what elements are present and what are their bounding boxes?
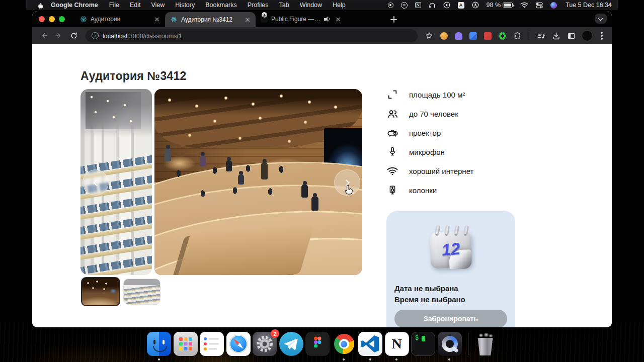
menu-item-bookmarks[interactable]: Bookmarks — [205, 2, 237, 9]
tab-title: Аудитория №3412 — [181, 16, 240, 23]
tab-audio-icon[interactable] — [324, 16, 331, 22]
forward-icon[interactable] — [52, 29, 65, 42]
window-close-button[interactable] — [39, 16, 45, 22]
book-button[interactable]: Забронировать — [394, 310, 507, 327]
carousel-slide-current[interactable] — [154, 89, 362, 275]
booking-card: 12 Дата не выбрана Время не выбрано Забр… — [386, 211, 515, 327]
feature-row: хороший интернет — [386, 165, 473, 177]
wifi-icon[interactable] — [520, 2, 528, 8]
dock-item-trash[interactable] — [475, 332, 496, 356]
react-favicon-icon — [79, 16, 87, 23]
page-content: Аудитория №3412 — [32, 44, 612, 327]
back-icon[interactable] — [37, 29, 50, 42]
tab-search-button[interactable] — [595, 14, 607, 24]
notification-badge: 2 — [271, 329, 279, 338]
new-tab-button[interactable] — [389, 15, 398, 24]
tab-close-icon[interactable] — [334, 15, 342, 23]
feature-row: площадь 100 м² — [386, 88, 473, 101]
menu-bar-clock[interactable]: Tue 5 Dec 16:34 — [566, 2, 612, 9]
menu-item-profiles[interactable]: Profiles — [248, 2, 269, 9]
dock-divider — [468, 333, 468, 355]
time-status: Время не выбрано — [394, 295, 465, 304]
site-info-icon[interactable]: i — [92, 32, 99, 39]
menu-item-help[interactable]: Help — [333, 2, 346, 9]
window-minimize-button[interactable] — [49, 16, 55, 22]
photo-carousel[interactable] — [80, 89, 362, 275]
download-icon[interactable] — [549, 29, 562, 42]
play-circle-icon[interactable] — [443, 2, 450, 9]
browser-toolbar: i localhost:3000/classrooms/1 — [32, 27, 612, 44]
dock-item-system-settings[interactable]: 2 — [253, 332, 277, 356]
side-panel-icon[interactable] — [565, 29, 578, 42]
keyboard-a-icon[interactable]: A — [458, 2, 464, 9]
cookie-extension-icon[interactable] — [440, 32, 448, 40]
profile-avatar[interactable] — [582, 30, 593, 41]
tab-auditorii[interactable]: Аудитории — [74, 11, 165, 27]
dock-item-launchpad[interactable] — [174, 332, 198, 356]
ghost-extension-icon[interactable] — [455, 32, 462, 40]
green-ring-extension-icon[interactable] — [499, 32, 506, 40]
url-path: :3000/classrooms/1 — [127, 33, 182, 40]
running-indicator-quicktime — [448, 358, 450, 360]
tab-close-icon[interactable] — [153, 15, 161, 23]
thumbnail-light-classroom[interactable] — [123, 279, 160, 305]
tab-strip: Аудитории Аудитория №3412 Public Figure … — [32, 11, 612, 27]
menu-item-history[interactable]: History — [175, 2, 195, 9]
reload-icon[interactable] — [67, 29, 80, 42]
control-center-icon[interactable] — [536, 2, 543, 9]
menu-item-window[interactable]: Window — [300, 2, 322, 9]
feature-row: до 70 человек — [386, 108, 473, 120]
running-indicator-notion — [395, 358, 397, 360]
tab-close-icon[interactable] — [244, 16, 252, 24]
dock-item-figma[interactable] — [305, 332, 330, 356]
dock-item-reminders[interactable] — [200, 332, 224, 356]
headphones-icon[interactable] — [429, 2, 436, 9]
menu-item-view[interactable]: View — [151, 2, 165, 9]
feature-list: площадь 100 м² до 70 человек проектор — [386, 88, 473, 196]
dock-item-telegram[interactable] — [279, 332, 303, 356]
red-extension-icon[interactable] — [484, 32, 492, 40]
menu-item-file[interactable]: File — [109, 2, 119, 9]
dock-item-finder[interactable] — [147, 332, 171, 356]
wifi-icon — [386, 165, 398, 177]
thumbnail-wooden-hall[interactable] — [81, 277, 120, 306]
address-bar[interactable]: i localhost:3000/classrooms/1 — [86, 29, 418, 42]
dock: 2 N $ — [147, 332, 496, 356]
calendar-day: 12 — [429, 238, 473, 260]
battery-icon — [503, 3, 513, 8]
media-control-icon[interactable] — [534, 29, 547, 42]
extensions-puzzle-icon[interactable] — [511, 29, 524, 42]
siri-icon[interactable] — [550, 2, 557, 9]
menu-item-tab[interactable]: Tab — [279, 2, 289, 9]
dock-item-vscode[interactable] — [358, 332, 382, 356]
menu-item-edit[interactable]: Edit — [130, 2, 141, 9]
feature-label: до 70 человек — [409, 110, 458, 118]
tab-title: Аудитории — [91, 16, 149, 23]
dock-item-quicktime[interactable] — [438, 332, 462, 356]
toolbar-divider — [529, 32, 529, 40]
menu-kebab-icon[interactable] — [601, 35, 603, 37]
speaker-icon — [386, 184, 398, 196]
dock-item-terminal[interactable]: $ — [411, 332, 435, 356]
battery-indicator[interactable]: 98 % — [487, 2, 513, 9]
apple-menu-icon[interactable] — [36, 2, 44, 9]
tab-auditoria-3412[interactable]: Аудитория №3412 — [165, 12, 256, 27]
user-clock-icon[interactable] — [472, 2, 479, 9]
record-icon[interactable] — [388, 3, 393, 8]
adobe-cc-icon[interactable]: ∞ — [401, 2, 408, 9]
running-indicator-chrome — [343, 358, 345, 360]
notion-status-icon[interactable]: N — [415, 2, 421, 8]
carousel-prev-button[interactable] — [83, 169, 109, 196]
date-status: Дата не выбрана — [394, 284, 458, 293]
tab-youtube-video[interactable]: Public Figure — YoungBo — [256, 11, 346, 27]
window-zoom-button[interactable] — [59, 16, 65, 22]
translate-extension-icon[interactable] — [469, 32, 477, 40]
battery-percent: 98 % — [487, 2, 501, 9]
people-icon — [386, 108, 398, 120]
bookmark-star-icon[interactable] — [423, 29, 436, 42]
dock-item-safari[interactable] — [226, 332, 251, 356]
dock-item-notion[interactable]: N — [385, 332, 409, 356]
dock-item-chrome[interactable] — [332, 332, 356, 356]
mouse-cursor-pointer — [344, 184, 354, 198]
active-app-name[interactable]: Google Chrome — [51, 2, 98, 9]
